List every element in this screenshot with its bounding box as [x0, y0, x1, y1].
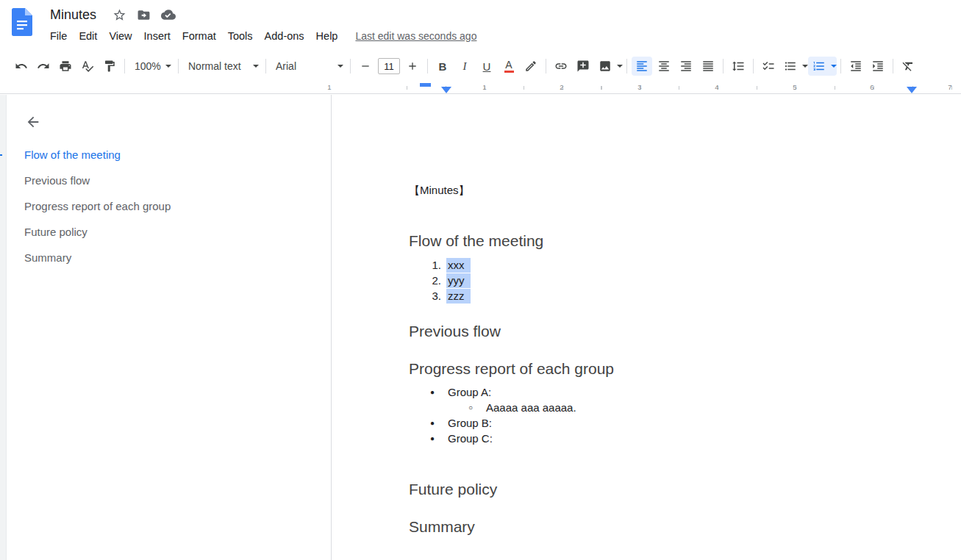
document-body[interactable]: 【Minutes】 Flow of the meeting 1.xxx 2.yy… [332, 95, 961, 560]
menu-insert[interactable]: Insert [138, 28, 176, 44]
italic-button[interactable]: I [454, 57, 475, 76]
insert-link-button[interactable] [551, 57, 571, 76]
bulleted-list-button[interactable] [780, 57, 801, 76]
align-right-button[interactable] [676, 57, 696, 76]
toolbar-separator [840, 59, 841, 73]
ruler-ticks [407, 86, 961, 90]
increase-indent-button[interactable] [868, 57, 888, 76]
outline-item-flow[interactable]: Flow of the meeting [7, 142, 331, 168]
menu-help[interactable]: Help [310, 28, 344, 44]
ruler-number: 5 [791, 83, 799, 91]
document-page[interactable]: 【Minutes】 Flow of the meeting 1.xxx 2.yy… [331, 95, 961, 560]
document-title[interactable]: Minutes [50, 7, 96, 23]
toolbar-separator [178, 59, 179, 73]
menu-edit[interactable]: Edit [73, 28, 103, 44]
outline-panel: Flow of the meeting Previous flow Progre… [7, 95, 331, 560]
align-center-button[interactable] [654, 57, 674, 76]
outline-item-label: Summary [24, 251, 71, 264]
bullet-marker: ● [430, 415, 435, 431]
outline-item-previous[interactable]: Previous flow [7, 168, 331, 193]
ruler-number: 1 [326, 83, 333, 91]
spellcheck-button[interactable] [77, 57, 98, 76]
toolbar-separator [753, 59, 754, 73]
list-text: Aaaaa aaa aaaaa. [486, 401, 576, 414]
doc-heading-flow[interactable]: Flow of the meeting [409, 231, 932, 251]
doc-intro-paragraph[interactable]: 【Minutes】 [409, 183, 932, 197]
paint-format-button[interactable] [99, 57, 120, 76]
first-line-indent-marker[interactable] [420, 83, 431, 87]
ruler-number: 4 [713, 83, 721, 91]
ruler[interactable]: 1 1 2 3 4 5 6 7 [0, 81, 961, 94]
chevron-down-icon [165, 65, 171, 68]
text-color-swatch [504, 71, 514, 73]
selected-text[interactable]: xxx [446, 258, 471, 273]
decrease-font-size-button[interactable] [355, 57, 376, 76]
list-item[interactable]: ●Group B: [409, 415, 932, 431]
ruler-number: 7 [946, 83, 954, 91]
list-item[interactable]: ○Aaaaa aaa aaaaa. [409, 400, 932, 415]
doc-heading-previous[interactable]: Previous flow [409, 321, 932, 341]
menu-file[interactable]: File [44, 28, 73, 44]
list-item[interactable]: 3.zzz [409, 288, 932, 304]
doc-heading-future[interactable]: Future policy [409, 479, 932, 499]
insert-image-button[interactable] [595, 57, 615, 76]
toolbar-separator [124, 59, 125, 73]
font-dropdown[interactable]: Arial [270, 57, 346, 76]
align-justify-button[interactable] [698, 57, 718, 76]
text-color-button[interactable]: A [499, 57, 519, 76]
add-comment-button[interactable] [573, 57, 593, 76]
checklist-button[interactable] [758, 57, 779, 76]
align-left-button[interactable] [632, 57, 652, 76]
highlight-color-button[interactable] [521, 57, 541, 76]
menu-format[interactable]: Format [176, 28, 222, 44]
chevron-down-icon [831, 65, 837, 68]
bold-button[interactable]: B [432, 57, 453, 76]
bulleted-list-dropdown[interactable] [801, 57, 808, 76]
list-number: 2. [424, 273, 441, 288]
left-indent-marker[interactable] [441, 87, 451, 93]
font-size-input[interactable] [378, 58, 400, 74]
menu-addons[interactable]: Add-ons [259, 28, 310, 44]
numbered-list-dropdown[interactable] [829, 57, 837, 76]
list-number: 1. [424, 257, 441, 273]
selected-text[interactable]: yyy [446, 273, 471, 288]
toolbar-separator [427, 59, 428, 73]
last-edit-link[interactable]: Last edit was seconds ago [355, 30, 476, 42]
selected-text[interactable]: zzz [446, 289, 471, 304]
undo-button[interactable] [11, 57, 32, 76]
list-item[interactable]: ●Group A: [409, 384, 932, 400]
line-spacing-button[interactable] [728, 57, 749, 76]
move-folder-icon[interactable] [137, 7, 151, 22]
right-indent-marker[interactable] [907, 87, 917, 93]
content-area: Flow of the meeting Previous flow Progre… [0, 95, 961, 560]
outline-item-summary[interactable]: Summary [7, 245, 331, 270]
outline-item-progress[interactable]: Progress report of each group [7, 193, 331, 219]
styles-dropdown[interactable]: Normal text [182, 57, 262, 76]
insert-image-dropdown[interactable] [615, 57, 623, 76]
redo-button[interactable] [33, 57, 54, 76]
numbered-list-button[interactable] [809, 57, 829, 76]
outline-item-future[interactable]: Future policy [7, 219, 331, 245]
bullet-marker: ● [430, 384, 435, 400]
outline-item-label: Flow of the meeting [24, 148, 121, 161]
doc-heading-progress[interactable]: Progress report of each group [409, 359, 932, 378]
bulleted-list-combo [779, 57, 808, 76]
zoom-dropdown[interactable]: 100% [129, 57, 174, 76]
doc-heading-summary[interactable]: Summary [409, 517, 932, 536]
underline-button[interactable]: U [476, 57, 497, 76]
cloud-status-icon[interactable] [161, 7, 176, 22]
chevron-down-icon [617, 65, 623, 68]
close-outline-button[interactable] [25, 114, 41, 130]
ruler-number: 2 [558, 83, 565, 91]
decrease-indent-button[interactable] [846, 57, 866, 76]
star-icon[interactable] [112, 7, 127, 22]
list-item[interactable]: 2.yyy [409, 273, 932, 288]
docs-logo-icon[interactable] [12, 8, 32, 36]
increase-font-size-button[interactable] [402, 57, 423, 76]
list-item[interactable]: ●Group C: [409, 431, 932, 446]
clear-formatting-button[interactable] [898, 57, 918, 76]
list-item[interactable]: 1.xxx [409, 257, 932, 273]
menu-tools[interactable]: Tools [222, 28, 259, 44]
print-button[interactable] [55, 57, 76, 76]
menu-view[interactable]: View [103, 28, 137, 44]
